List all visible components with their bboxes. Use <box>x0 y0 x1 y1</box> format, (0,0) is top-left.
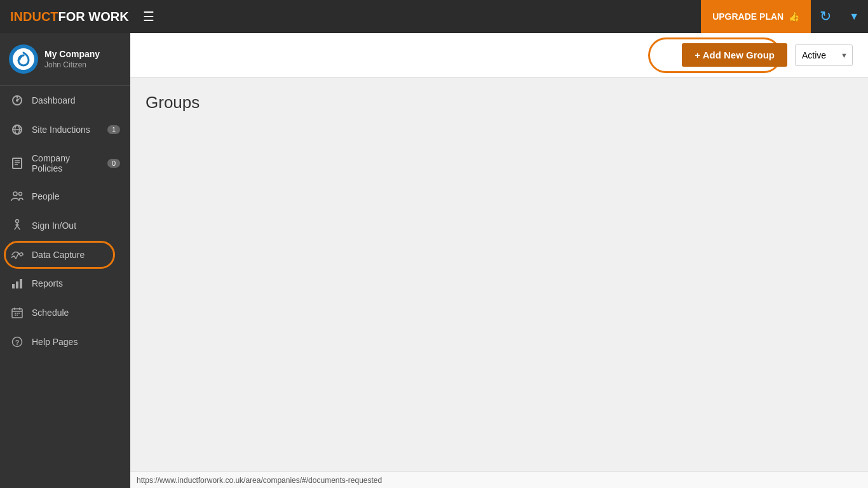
reports-icon <box>10 278 24 289</box>
refresh-icon: ↻ <box>820 8 831 25</box>
status-filter-select[interactable]: Active Inactive All <box>795 44 853 66</box>
avatar-logo-icon <box>15 50 32 68</box>
help-icon: ? <box>10 336 24 348</box>
profile-info: My Company John Citizen <box>44 49 100 70</box>
globe-icon <box>10 124 24 135</box>
status-filter-wrapper: Active Inactive All <box>795 44 853 66</box>
site-inductions-badge: 1 <box>107 125 120 134</box>
sidebar-profile[interactable]: My Company John Citizen <box>0 33 130 86</box>
svg-rect-14 <box>12 284 15 288</box>
svg-rect-15 <box>16 281 18 288</box>
sidebar-item-reports[interactable]: Reports <box>0 269 130 298</box>
sidebar-item-people[interactable]: People <box>0 182 130 210</box>
svg-rect-16 <box>20 279 22 288</box>
company-policies-label: Company Policies <box>32 153 100 173</box>
chevron-down-icon: ▼ <box>849 11 859 22</box>
people-icon <box>10 191 24 201</box>
content-body: Groups <box>130 78 868 471</box>
sign-in-out-label: Sign In/Out <box>32 220 120 231</box>
document-icon <box>10 158 24 169</box>
reports-label: Reports <box>32 278 120 288</box>
app-logo: INDUCTFOR WORK <box>10 10 129 24</box>
dashboard-icon <box>10 95 24 106</box>
add-new-group-label: + Add New Group <box>695 50 775 60</box>
schedule-label: Schedule <box>32 308 120 318</box>
avatar <box>9 44 38 74</box>
top-header: INDUCTFOR WORK ☰ UPGRADE PLAN 👍 ↻ ▼ <box>0 0 868 33</box>
refresh-button[interactable]: ↻ <box>811 0 840 33</box>
schedule-icon <box>10 307 24 318</box>
status-url: https://www.inductforwork.co.uk/area/com… <box>137 476 382 485</box>
svg-text:?: ? <box>15 339 20 346</box>
data-capture-icon <box>10 250 24 260</box>
sidebar-item-sign-in-out[interactable]: Sign In/Out <box>0 210 130 241</box>
hamburger-button[interactable]: ☰ <box>130 9 167 24</box>
company-name: My Company <box>44 49 100 60</box>
status-bar: https://www.inductforwork.co.uk/area/com… <box>130 471 868 488</box>
svg-point-13 <box>16 220 19 223</box>
sidebar-item-help-pages[interactable]: ? Help Pages <box>0 327 130 356</box>
people-label: People <box>32 191 120 201</box>
data-capture-label: Data Capture <box>32 250 120 260</box>
upgrade-plan-button[interactable]: UPGRADE PLAN 👍 <box>701 0 811 33</box>
upgrade-plan-label: UPGRADE PLAN <box>712 11 783 22</box>
company-policies-badge: 0 <box>107 159 120 168</box>
sidebar-item-site-inductions[interactable]: Site Inductions 1 <box>0 115 130 144</box>
svg-point-12 <box>19 193 22 196</box>
main-layout: My Company John Citizen Dashboard <box>0 33 868 488</box>
site-inductions-label: Site Inductions <box>32 125 100 135</box>
dashboard-label: Dashboard <box>32 95 120 105</box>
page-title: Groups <box>146 93 853 112</box>
help-pages-label: Help Pages <box>32 337 120 347</box>
content-area: + Add New Group Active Inactive All Grou… <box>130 33 868 488</box>
sidebar-item-data-capture[interactable]: Data Capture <box>0 241 130 269</box>
add-new-group-button[interactable]: + Add New Group <box>682 43 787 67</box>
sidebar-nav: Dashboard Site Inductions 1 <box>0 86 130 356</box>
sidebar-item-company-policies[interactable]: Company Policies 0 <box>0 144 130 182</box>
thumbs-up-icon: 👍 <box>789 11 799 22</box>
walk-icon <box>10 219 24 232</box>
sidebar-item-dashboard[interactable]: Dashboard <box>0 86 130 115</box>
sidebar: My Company John Citizen Dashboard <box>0 33 130 488</box>
user-name: John Citizen <box>44 60 100 69</box>
hamburger-icon: ☰ <box>143 9 154 24</box>
svg-point-11 <box>13 192 17 196</box>
logo-area: INDUCTFOR WORK <box>0 10 130 24</box>
dropdown-button[interactable]: ▼ <box>840 0 868 33</box>
sidebar-item-schedule[interactable]: Schedule <box>0 298 130 327</box>
content-toolbar: + Add New Group Active Inactive All <box>130 33 868 78</box>
svg-rect-7 <box>13 158 22 168</box>
